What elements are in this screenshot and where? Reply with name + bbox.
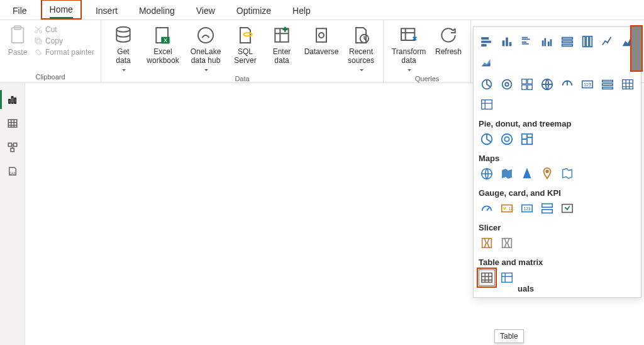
dax-view-button[interactable]: DAX: [5, 164, 20, 179]
tab-optimize[interactable]: Optimize: [229, 2, 279, 20]
vis-card-icon[interactable]: 123: [499, 200, 515, 217]
svg-rect-12: [275, 28, 288, 42]
copy-button[interactable]: Copy: [34, 37, 94, 45]
svg-rect-57: [602, 81, 613, 82]
excel-label: Excel workbook: [147, 48, 179, 65]
vis-100-bar-icon[interactable]: [559, 33, 575, 50]
tab-insert[interactable]: Insert: [88, 2, 125, 20]
svg-rect-19: [9, 99, 10, 103]
enter-data-button[interactable]: Enter data: [264, 21, 300, 65]
vis-matrix-mini-icon[interactable]: [479, 96, 495, 113]
dataverse-label: Dataverse: [304, 48, 339, 57]
svg-rect-38: [544, 38, 546, 47]
svg-text:123: 123: [524, 206, 531, 211]
dataverse-icon: [311, 25, 331, 45]
vis-map-icon[interactable]: [479, 166, 495, 182]
transform-label: Transform data: [392, 48, 426, 65]
enter-data-icon: [272, 25, 292, 45]
transform-data-button[interactable]: Transform data: [387, 21, 430, 74]
vis-line-clustered-icon[interactable]: [479, 76, 495, 93]
svg-text:X: X: [164, 37, 168, 43]
svg-rect-36: [522, 43, 529, 45]
vis-donut-icon[interactable]: [499, 131, 515, 147]
sql-icon: [235, 25, 255, 45]
clipboard-icon: [8, 25, 28, 45]
vis-gauge-icon[interactable]: [479, 200, 495, 217]
vis-shape-map-icon[interactable]: [559, 166, 575, 182]
svg-rect-74: [562, 205, 573, 213]
vis-multi-row-card-icon[interactable]: [539, 200, 555, 217]
vis-funnel-icon[interactable]: [559, 76, 575, 93]
vis-slicer-new-icon[interactable]: [479, 235, 495, 251]
svg-rect-53: [528, 85, 532, 89]
vis-table-mini-icon[interactable]: [619, 76, 636, 93]
vis-category-slicer: Slicer: [479, 223, 636, 232]
vis-stacked-column-icon[interactable]: [499, 33, 515, 50]
svg-rect-77: [482, 273, 492, 283]
tab-view[interactable]: View: [189, 2, 223, 20]
visualizations-scrollbar[interactable]: [631, 26, 641, 71]
cut-button[interactable]: Cut: [34, 25, 94, 34]
tab-modeling[interactable]: Modeling: [131, 2, 182, 20]
vis-waterfall-icon[interactable]: [539, 76, 555, 93]
ribbon-tabs: File Home Insert Modeling View Optimize …: [0, 0, 644, 20]
group-queries: Transform data Refresh Queries: [384, 20, 471, 82]
get-data-button[interactable]: Get data: [105, 21, 142, 74]
vis-clustered-bar-icon[interactable]: [519, 33, 535, 50]
vis-ribbon-icon[interactable]: [519, 76, 535, 93]
svg-text:DAX: DAX: [9, 172, 15, 175]
vis-pie-mini-icon[interactable]: [599, 76, 616, 93]
tab-file[interactable]: File: [5, 2, 35, 20]
report-view-button[interactable]: [5, 92, 20, 107]
vis-card-new-icon[interactable]: 123: [519, 200, 535, 217]
svg-rect-28: [482, 41, 491, 43]
format-painter-label: Format painter: [45, 48, 94, 57]
vis-kpi-icon[interactable]: [559, 200, 575, 217]
vis-row-charts-1: [479, 33, 636, 70]
vis-100-column-icon[interactable]: [579, 33, 596, 50]
svg-rect-29: [482, 45, 486, 47]
tab-home[interactable]: Home: [41, 0, 82, 20]
vis-filled-map-icon[interactable]: [499, 166, 515, 182]
refresh-icon: [438, 25, 458, 45]
vis-line-icon[interactable]: [599, 33, 616, 50]
tab-help[interactable]: Help: [285, 2, 318, 20]
vis-stacked-bar-icon[interactable]: [479, 33, 495, 50]
sql-label: SQL Server: [234, 48, 256, 65]
svg-rect-21: [14, 98, 16, 103]
svg-rect-40: [550, 39, 552, 46]
vis-stacked-area-icon[interactable]: [479, 54, 495, 70]
svg-rect-72: [542, 204, 553, 208]
vis-matrix-icon[interactable]: [499, 269, 515, 286]
format-painter-button[interactable]: Format painter: [34, 48, 94, 57]
refresh-button[interactable]: Refresh: [430, 21, 467, 57]
onelake-button[interactable]: OneLake data hub: [184, 21, 227, 74]
recent-icon: [351, 25, 371, 45]
svg-rect-24: [13, 143, 16, 146]
sql-server-button[interactable]: SQL Server: [227, 21, 264, 65]
vis-clustered-column-icon[interactable]: [539, 33, 555, 50]
vis-arcgis-map-icon[interactable]: [539, 166, 555, 182]
dataverse-button[interactable]: Dataverse: [300, 21, 343, 57]
vis-slicer-icon[interactable]: [499, 235, 515, 251]
group-label-data: Data: [105, 74, 379, 84]
svg-point-6: [116, 27, 130, 32]
model-view-button[interactable]: [5, 140, 20, 155]
vis-line-stacked-icon[interactable]: [499, 76, 515, 93]
vis-treemap-icon[interactable]: [519, 131, 535, 147]
svg-rect-43: [562, 45, 573, 47]
vis-scatter-icon[interactable]: 123: [579, 76, 596, 93]
data-view-button[interactable]: [5, 116, 20, 131]
visualizations-gallery: 123 Pie, donut, and treemap Maps Gauge, …: [473, 26, 641, 298]
excel-workbook-button[interactable]: X Excel workbook: [142, 21, 184, 65]
vis-pie-icon[interactable]: [479, 131, 495, 147]
svg-rect-59: [602, 88, 613, 89]
paste-button[interactable]: Paste: [4, 21, 31, 57]
vis-category-maps: Maps: [479, 154, 636, 163]
vis-table-icon[interactable]: [479, 269, 495, 286]
svg-rect-30: [502, 40, 505, 46]
svg-rect-27: [482, 38, 489, 40]
view-switcher: DAX: [0, 83, 25, 345]
recent-sources-button[interactable]: Recent sources: [343, 21, 379, 74]
vis-azure-map-icon[interactable]: [519, 166, 535, 182]
